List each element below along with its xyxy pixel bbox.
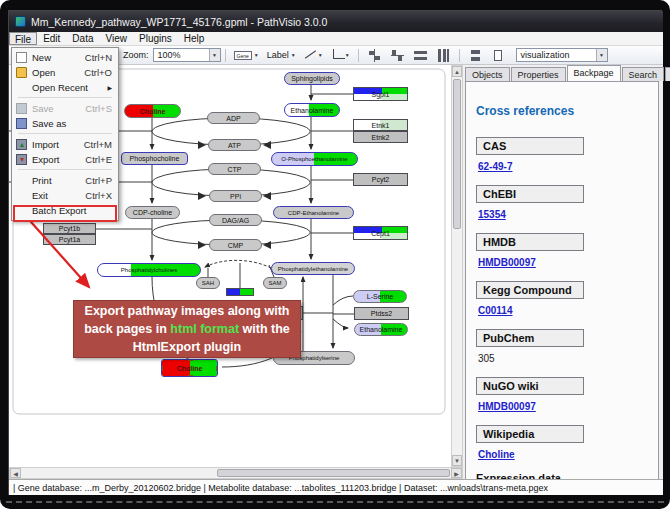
gene-node[interactable]: Sgpl1 bbox=[353, 87, 408, 101]
gene-node[interactable]: Pcyt1a bbox=[43, 234, 96, 245]
node-label: Ethanolamine bbox=[291, 107, 334, 114]
metabolite-node[interactable]: Phosphatidylethanolamine bbox=[271, 262, 355, 275]
scroll-left-button[interactable]: ◀ bbox=[10, 468, 21, 478]
metabolite-node[interactable]: ATP bbox=[208, 139, 261, 151]
metabolite-node[interactable]: Phosphocholine bbox=[121, 152, 188, 165]
tab-objects[interactable]: Objects bbox=[465, 67, 510, 81]
align-center-x-button[interactable] bbox=[363, 48, 386, 63]
align-center-y-button[interactable] bbox=[386, 48, 409, 63]
vertical-scrollbar[interactable]: ▲ ▼ bbox=[451, 65, 463, 467]
metabolite-node[interactable]: ADP bbox=[207, 112, 260, 124]
menu-item-open[interactable]: OpenCtrl+O bbox=[12, 65, 118, 80]
gene-node[interactable]: Etnk1 bbox=[353, 119, 408, 131]
metabolite-node[interactable]: CMP bbox=[209, 239, 262, 251]
crossref-link[interactable]: 62-49-7 bbox=[478, 161, 512, 172]
menu-item-exit[interactable]: ExitCtrl+X bbox=[12, 188, 118, 203]
crossref-link[interactable]: 15354 bbox=[478, 209, 506, 220]
menu-file[interactable]: File bbox=[9, 32, 37, 45]
new-connector-button[interactable]: ▼ bbox=[327, 48, 354, 63]
metabolite-node[interactable]: L-Serine bbox=[353, 290, 407, 303]
node-label: ATP bbox=[228, 142, 241, 149]
crossref-section: HMDB HMDB00097 bbox=[476, 232, 648, 268]
resize-handle[interactable] bbox=[161, 359, 163, 361]
metabolite-node[interactable]: DAG/AG bbox=[209, 214, 262, 226]
menu-item-new[interactable]: NewCtrl+N bbox=[12, 50, 118, 65]
horizontal-scrollbar[interactable]: ◀ ▶ bbox=[9, 467, 463, 479]
resize-handle[interactable] bbox=[216, 366, 218, 371]
stack-horizontal-button[interactable] bbox=[487, 48, 510, 63]
metabolite-node[interactable]: Ethanolamine bbox=[284, 103, 340, 117]
metabolite-node[interactable]: O-Phosphoethanolamine bbox=[271, 152, 358, 166]
node-label: CMP bbox=[228, 242, 244, 249]
metabolite-node[interactable]: SAH bbox=[196, 277, 220, 289]
new-line-button[interactable]: ▼ bbox=[300, 48, 327, 63]
new-datanode-button[interactable]: Gene ▼ bbox=[230, 48, 263, 63]
menu-item-save-as[interactable]: Save as bbox=[12, 116, 118, 131]
gene-node[interactable]: Pcyt2 bbox=[353, 173, 408, 186]
metabolite-node[interactable]: Ethanolamine bbox=[354, 323, 408, 336]
crossref-source: NuGO wiki bbox=[476, 377, 584, 395]
new-label-button[interactable]: Label ▼ bbox=[263, 48, 300, 63]
menu-item-export[interactable]: ExportCtrl+E bbox=[12, 152, 118, 167]
scrollbar-thumb[interactable] bbox=[453, 79, 461, 229]
align-vertical-center-icon bbox=[367, 49, 382, 62]
scrollbar-thumb[interactable] bbox=[217, 469, 450, 477]
tab-backpage[interactable]: Backpage bbox=[567, 65, 621, 81]
menu-item-batch-export[interactable]: Batch Export bbox=[12, 203, 118, 218]
node-label: Pcyt1b bbox=[59, 225, 80, 232]
menu-item-shortcut: Ctrl+N bbox=[85, 52, 112, 63]
toolbar-separator bbox=[358, 49, 359, 62]
annotation-text-highlight: html format bbox=[170, 322, 239, 336]
metabolite-node[interactable]: Choline bbox=[124, 104, 181, 118]
tab-search[interactable]: Search bbox=[622, 67, 665, 81]
metabolite-node[interactable]: CDP-choline bbox=[125, 206, 180, 219]
metabolite-node[interactable]: CTP bbox=[208, 163, 261, 175]
menu-view[interactable]: View bbox=[99, 32, 133, 45]
crossref-link[interactable]: HMDB00097 bbox=[478, 257, 536, 268]
menu-plugins[interactable]: Plugins bbox=[133, 32, 178, 45]
gene-node[interactable]: Ptdss2 bbox=[354, 307, 409, 320]
tab-legend[interactable]: Legend bbox=[665, 67, 670, 81]
metabolite-node[interactable]: PPi bbox=[209, 190, 262, 202]
stack-vertical-button[interactable] bbox=[464, 48, 487, 63]
scroll-up-button[interactable]: ▲ bbox=[452, 66, 462, 77]
menu-item-print[interactable]: PrintCtrl+P bbox=[12, 173, 118, 188]
title-bar[interactable]: Mm_Kennedy_pathway_WP1771_45176.gpml - P… bbox=[9, 11, 663, 32]
tab-properties[interactable]: Properties bbox=[511, 67, 566, 81]
node-label: SAM bbox=[268, 280, 281, 286]
side-panel-tabs: Objects Properties Backpage Search Legen… bbox=[465, 65, 670, 81]
metabolite-node[interactable]: CDP-Ethanolamine bbox=[273, 206, 354, 219]
menu-item-save[interactable]: SaveCtrl+S bbox=[12, 101, 118, 116]
chevron-down-icon[interactable]: ▼ bbox=[209, 49, 220, 61]
gene-node[interactable]: Etnk2 bbox=[353, 131, 408, 143]
metabolite-node[interactable]: SAM bbox=[263, 277, 287, 289]
resize-handle[interactable] bbox=[188, 359, 193, 361]
menu-data[interactable]: Data bbox=[66, 32, 99, 45]
gene-node-partial[interactable] bbox=[226, 288, 254, 296]
crossref-link[interactable]: Choline bbox=[478, 449, 515, 460]
metabolite-node-selected[interactable]: Choline bbox=[161, 359, 218, 377]
crossref-link[interactable]: C00114 bbox=[478, 305, 512, 316]
scroll-down-button[interactable]: ▼ bbox=[452, 455, 462, 466]
resize-handle[interactable] bbox=[161, 366, 163, 371]
metabolite-node[interactable]: Phosphatidylcholines bbox=[97, 263, 201, 277]
common-height-button[interactable] bbox=[409, 48, 432, 63]
resize-handle[interactable] bbox=[188, 375, 193, 377]
common-width-button[interactable] bbox=[432, 48, 455, 63]
scroll-right-button[interactable]: ▶ bbox=[451, 468, 462, 478]
visualization-combobox[interactable]: visualization ▼ bbox=[516, 48, 608, 62]
menu-edit[interactable]: Edit bbox=[37, 32, 66, 45]
node-label: Pcyt1a bbox=[59, 236, 80, 243]
menu-help[interactable]: Help bbox=[178, 32, 211, 45]
annotation-callout: Export pathway images along with back pa… bbox=[73, 300, 301, 358]
zoom-combobox[interactable]: 100% ▼ bbox=[153, 48, 221, 62]
gene-node[interactable]: Cept1 bbox=[353, 226, 408, 240]
menu-item-label: New bbox=[32, 52, 85, 63]
chevron-down-icon[interactable]: ▼ bbox=[596, 49, 607, 61]
crossref-link[interactable]: HMDB00097 bbox=[478, 401, 536, 412]
gene-node[interactable]: Pcyt1b bbox=[43, 223, 96, 234]
screenshot-frame: Mm_Kennedy_pathway_WP1771_45176.gpml - P… bbox=[0, 0, 670, 509]
menu-item-import[interactable]: ImportCtrl+M bbox=[12, 137, 118, 152]
metabolite-node[interactable]: Sphingolipids bbox=[284, 72, 340, 85]
menu-item-open-recent[interactable]: Open Recent▶ bbox=[12, 80, 118, 95]
